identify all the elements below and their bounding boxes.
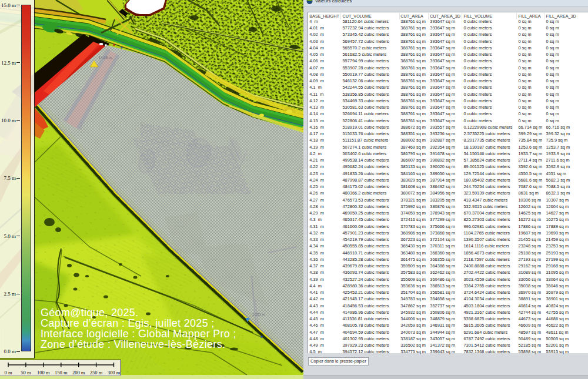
- svg-text:14.08 m: 14.08 m: [99, 56, 112, 59]
- svg-text:1.151 m: 1.151 m: [252, 313, 265, 316]
